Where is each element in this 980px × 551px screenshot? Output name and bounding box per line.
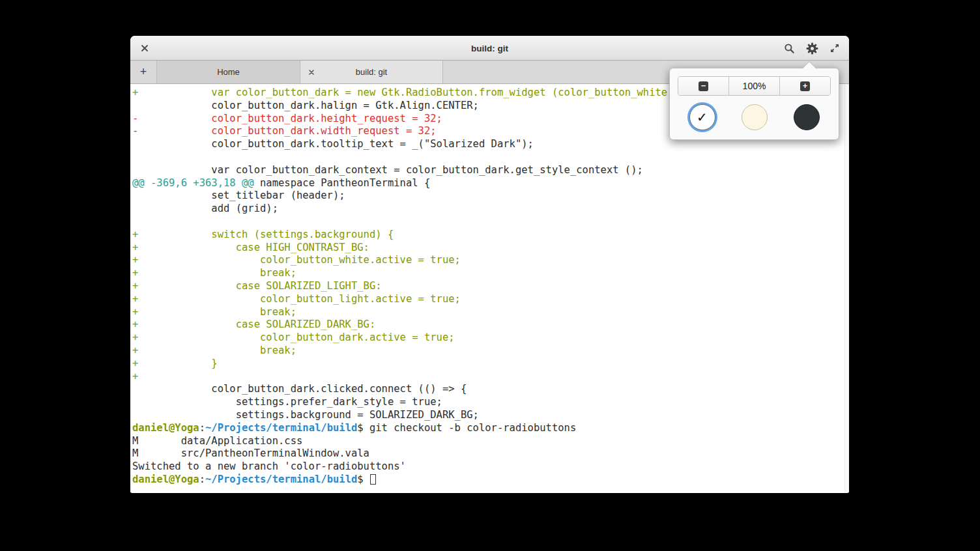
desktop-background: build: git bbox=[0, 0, 980, 551]
tab-label: build: git bbox=[356, 67, 387, 77]
new-tab-button[interactable]: + bbox=[130, 61, 156, 83]
terminal-line: + color_button_dark.active = true; bbox=[132, 332, 849, 345]
zoom-control: − 100% + bbox=[678, 76, 831, 96]
theme-selector: ✓ bbox=[678, 104, 831, 130]
plus-icon: + bbox=[800, 81, 810, 91]
terminal-line: + case SOLARIZED_LIGHT_BG: bbox=[132, 280, 849, 293]
terminal-line bbox=[132, 216, 849, 229]
terminal-line: @@ -369,6 +363,18 @@ namespace PantheonT… bbox=[132, 177, 849, 190]
terminal-line: + break; bbox=[132, 345, 849, 358]
zoom-out-button[interactable]: − bbox=[678, 77, 728, 95]
terminal-line: daniel@Yoga:~/Projects/terminal/build$ bbox=[132, 473, 849, 487]
zoom-in-button[interactable]: + bbox=[779, 77, 830, 95]
terminal-line: + color_button_light.active = true; bbox=[132, 293, 849, 306]
terminal-line: set_titlebar (header); bbox=[132, 190, 849, 203]
terminal-line: add (grid); bbox=[132, 203, 849, 216]
theme-solarized-dark-radio[interactable] bbox=[794, 104, 820, 130]
terminal-cursor bbox=[370, 474, 376, 485]
terminal-line: daniel@Yoga:~/Projects/terminal/build$ g… bbox=[132, 422, 849, 435]
terminal-line: + color_button_white.active = true; bbox=[132, 254, 849, 267]
settings-popover: − 100% + ✓ bbox=[669, 68, 839, 140]
search-button[interactable] bbox=[781, 40, 797, 56]
gear-icon bbox=[806, 42, 818, 55]
settings-button[interactable] bbox=[804, 40, 820, 56]
minus-icon: − bbox=[699, 81, 708, 91]
fullscreen-button[interactable] bbox=[827, 40, 843, 56]
tab-close-button[interactable] bbox=[306, 67, 317, 78]
terminal-line bbox=[132, 151, 849, 164]
theme-solarized-light-radio[interactable] bbox=[742, 104, 768, 130]
title-bar[interactable]: build: git bbox=[130, 36, 849, 61]
terminal-line: + case HIGH_CONTRAST_BG: bbox=[132, 242, 849, 255]
terminal-line: color_button_dark.tooltip_text = _("Sola… bbox=[132, 138, 849, 151]
check-icon: ✓ bbox=[697, 111, 708, 124]
terminal-line: + bbox=[132, 371, 849, 384]
terminal-line: + break; bbox=[132, 306, 849, 319]
terminal-line: + } bbox=[132, 358, 849, 371]
terminal-line: settings.background = SOLARIZED_DARK_BG; bbox=[132, 409, 849, 422]
search-icon bbox=[784, 43, 795, 54]
terminal-line: color_button_dark.clicked.connect (() =>… bbox=[132, 383, 849, 396]
terminal-line: Switched to a new branch 'color-radiobut… bbox=[132, 460, 849, 473]
terminal-line: + switch (settings.background) { bbox=[132, 229, 849, 242]
terminal-line: var color_button_dark_context = color_bu… bbox=[132, 164, 849, 177]
terminal-line: settings.prefer_dark_style = true; bbox=[132, 396, 849, 409]
tab-build-git[interactable]: build: git bbox=[300, 61, 443, 83]
terminal-line: M data/Application.css bbox=[132, 435, 849, 448]
theme-high-contrast-radio[interactable]: ✓ bbox=[689, 104, 715, 130]
terminal-scrollbar[interactable] bbox=[844, 84, 849, 492]
tab-label: Home bbox=[217, 67, 240, 77]
terminal-screen[interactable]: + var color_button_dark = new Gtk.RadioB… bbox=[130, 84, 849, 492]
terminal-line: + break; bbox=[132, 267, 849, 280]
window-title: build: git bbox=[130, 36, 849, 61]
terminal-line: M src/PantheonTerminalWindow.vala bbox=[132, 447, 849, 460]
terminal-line: + case SOLARIZED_DARK_BG: bbox=[132, 318, 849, 332]
tab-home[interactable]: Home bbox=[156, 61, 300, 83]
zoom-level-button[interactable]: 100% bbox=[728, 77, 779, 95]
terminal-output: + var color_button_dark = new Gtk.RadioB… bbox=[132, 87, 849, 487]
tab-close-icon bbox=[308, 69, 315, 76]
expand-icon bbox=[829, 43, 840, 53]
